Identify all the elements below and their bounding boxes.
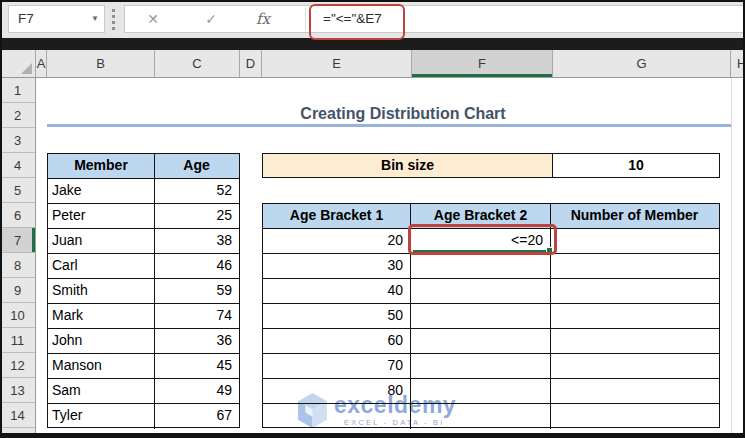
member-name-cell[interactable]: Juan	[48, 229, 155, 253]
row-header[interactable]: 12	[0, 353, 35, 378]
bracket2-cell[interactable]	[411, 379, 551, 403]
enter-icon[interactable]: ✓	[201, 6, 221, 32]
member-name-cell[interactable]: Tyler	[48, 404, 155, 429]
member-row: Juan 38	[48, 229, 239, 254]
column-header-g[interactable]: G	[553, 50, 731, 77]
member-name-cell[interactable]: Manson	[48, 354, 155, 378]
row-header[interactable]: 13	[0, 378, 35, 403]
number-cell[interactable]	[551, 379, 718, 403]
row-header[interactable]: 11	[0, 328, 35, 353]
row-header[interactable]: 10	[0, 303, 35, 328]
row-header[interactable]: 9	[0, 278, 35, 303]
number-cell[interactable]	[551, 329, 718, 353]
screenshot-border-left	[0, 0, 2, 438]
grid-line-gh	[731, 78, 732, 433]
member-age-cell[interactable]: 46	[155, 254, 238, 278]
column-header-b[interactable]: B	[47, 50, 155, 77]
row-header[interactable]: 8	[0, 253, 35, 278]
excel-screenshot: F7 ✕ ✓ fx ="<="&E7 A B C D E F G H 12345…	[0, 0, 745, 438]
bracket2-cell[interactable]	[411, 279, 551, 303]
member-age-cell[interactable]: 36	[155, 329, 238, 353]
bracket2-cell[interactable]	[411, 354, 551, 378]
member-row: Jake 52	[48, 179, 239, 204]
bracket2-cell[interactable]	[411, 254, 551, 278]
member-header-cell[interactable]: Member	[48, 154, 155, 178]
member-row: Tyler 67	[48, 404, 239, 429]
number-cell[interactable]	[551, 229, 718, 253]
member-name-cell[interactable]: Smith	[48, 279, 155, 303]
bracket-row: 70	[263, 354, 719, 379]
column-header-c[interactable]: C	[155, 50, 240, 77]
column-header-d[interactable]: D	[240, 50, 262, 77]
formula-bar: F7 ✕ ✓ fx ="<="&E7	[0, 0, 745, 38]
select-all-corner[interactable]	[0, 50, 36, 77]
column-header-f-selected[interactable]: F	[412, 50, 553, 77]
row-header[interactable]: 4	[0, 153, 35, 178]
member-age-cell[interactable]: 74	[155, 304, 238, 328]
bracket1-cell[interactable]	[263, 404, 411, 429]
name-box-value: F7	[18, 6, 34, 32]
screenshot-border-top	[0, 0, 745, 2]
column-header-a[interactable]: A	[36, 50, 47, 77]
row-header[interactable]: 5	[0, 178, 35, 203]
name-box-dropdown-icon[interactable]	[91, 6, 99, 32]
member-row: Sam 49	[48, 379, 239, 404]
insert-function-icon[interactable]: fx	[253, 6, 273, 32]
member-name-cell[interactable]: John	[48, 329, 155, 353]
bracket1-cell[interactable]: 80	[263, 379, 411, 403]
member-age-cell[interactable]: 59	[155, 279, 238, 303]
number-cell[interactable]	[551, 354, 718, 378]
bracket1-cell[interactable]: 60	[263, 329, 411, 353]
member-age-cell[interactable]: 45	[155, 354, 238, 378]
row-header[interactable]: 1	[0, 78, 35, 103]
age-header-cell[interactable]: Age	[155, 154, 238, 178]
member-name-cell[interactable]: Carl	[48, 254, 155, 278]
member-age-cell[interactable]: 67	[155, 404, 238, 429]
number-cell[interactable]	[551, 279, 718, 303]
screenshot-border-bottom	[0, 433, 745, 438]
bracket1-cell[interactable]: 40	[263, 279, 411, 303]
row-header[interactable]: 14	[0, 403, 35, 428]
select-all-triangle-icon	[21, 63, 32, 74]
number-of-member-header-cell[interactable]: Number of Member	[551, 204, 718, 228]
member-name-cell[interactable]: Sam	[48, 379, 155, 403]
member-table: Member Age Jake 52 Peter 25 Juan 38	[47, 153, 240, 428]
column-header-e[interactable]: E	[262, 50, 412, 77]
number-cell[interactable]	[551, 254, 718, 278]
bracket2-cell[interactable]	[411, 404, 551, 429]
bin-size-value-cell[interactable]: 10	[552, 153, 720, 178]
bin-size-label-cell[interactable]: Bin size	[262, 153, 553, 178]
member-name-cell[interactable]: Mark	[48, 304, 155, 328]
bracket1-cell[interactable]: 30	[263, 254, 411, 278]
cancel-icon[interactable]: ✕	[143, 6, 163, 32]
formula-bar-grip-icon	[112, 9, 115, 30]
member-age-cell[interactable]: 25	[155, 204, 238, 228]
member-age-cell[interactable]: 49	[155, 379, 238, 403]
age-bracket-1-header-cell[interactable]: Age Bracket 1	[263, 204, 411, 228]
bracket-row: 50	[263, 304, 719, 329]
member-row: Mark 74	[48, 304, 239, 329]
bracket1-cell[interactable]: 20	[263, 229, 411, 253]
member-name-cell[interactable]: Jake	[48, 179, 155, 203]
row-header[interactable]: 7	[0, 228, 35, 253]
member-name-cell[interactable]: Peter	[48, 204, 155, 228]
member-age-cell[interactable]: 52	[155, 179, 238, 203]
bracket2-cell[interactable]	[411, 304, 551, 328]
bracket1-cell[interactable]: 70	[263, 354, 411, 378]
row-header[interactable]: 6	[0, 203, 35, 228]
bracket1-cell[interactable]: 50	[263, 304, 411, 328]
row-header-column: 123456789101112131415	[0, 78, 36, 433]
number-cell[interactable]	[551, 304, 718, 328]
cell-annotation-box	[408, 224, 557, 255]
member-table-body: Jake 52 Peter 25 Juan 38 Carl 46	[48, 179, 239, 429]
row-header[interactable]: 3	[0, 128, 35, 153]
number-cell[interactable]	[551, 404, 718, 429]
member-age-cell[interactable]: 38	[155, 229, 238, 253]
bracket2-cell[interactable]	[411, 329, 551, 353]
member-row: John 36	[48, 329, 239, 354]
formula-input-panel[interactable]: ✕ ✓ fx ="<="&E7	[124, 5, 745, 33]
title-cell[interactable]: Creating Distribution Chart	[47, 102, 731, 127]
row-header[interactable]: 2	[0, 103, 35, 128]
name-box[interactable]: F7	[8, 5, 105, 33]
member-row: Peter 25	[48, 204, 239, 229]
